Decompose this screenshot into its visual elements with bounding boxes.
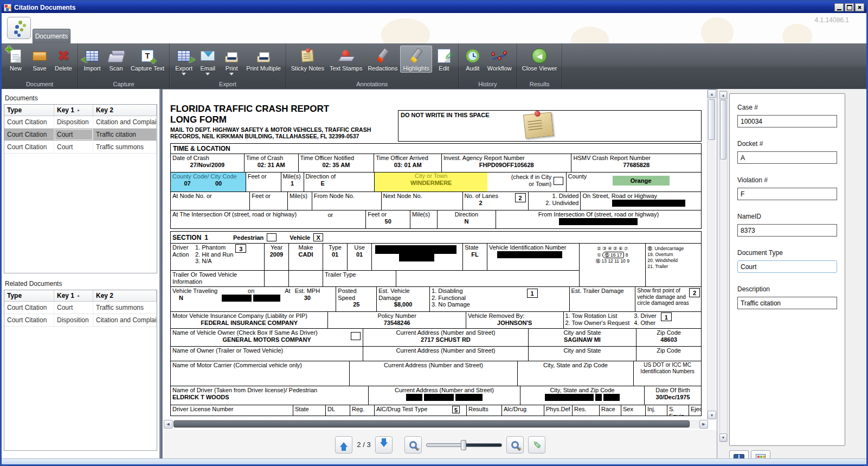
close-viewer-button[interactable]: Close Viewer — [519, 46, 560, 73]
minimize-button[interactable] — [834, 3, 844, 11]
sticky-note-annotation[interactable] — [523, 112, 554, 138]
documents-panel-title: Documents — [5, 94, 156, 102]
redaction-bar — [612, 200, 685, 207]
page-indicator: 2 / 3 — [357, 441, 370, 449]
redactions-button[interactable]: Redactions — [365, 46, 400, 73]
zoom-slider[interactable] — [426, 439, 502, 451]
violation-number-field[interactable] — [737, 188, 837, 200]
capture-text-icon — [138, 47, 157, 65]
redaction-bar — [497, 251, 562, 258]
column-header-key2[interactable]: Key 2 — [93, 105, 157, 116]
damage-legend: ⑱. Undercarriage 19. Overturn 20. Windsh… — [645, 244, 701, 286]
scrollbar-thumb[interactable] — [708, 99, 715, 140]
scan-button[interactable]: Scan — [104, 46, 128, 73]
docket-number-label: Docket # — [737, 140, 837, 148]
capture-text-button[interactable]: Capture Text — [128, 46, 167, 73]
new-button[interactable]: ✚New — [4, 46, 28, 73]
table-row-selected[interactable]: Court Citation Court Traffic citation — [4, 129, 157, 141]
violation-number-label: Violation # — [737, 176, 837, 184]
docket-number-field[interactable] — [737, 151, 837, 164]
edit-button[interactable]: Edit — [432, 46, 456, 73]
nameid-field[interactable] — [737, 224, 837, 237]
text-stamps-button[interactable]: Text Stamps — [327, 46, 365, 73]
annotate-edit-button[interactable] — [528, 436, 545, 454]
section-time-location: TIME & LOCATION — [170, 143, 702, 154]
workflow-button[interactable]: Workflow — [485, 46, 515, 73]
application-menu-button[interactable] — [7, 17, 31, 39]
table-row[interactable]: Court Citation Disposition Citation and … — [4, 116, 157, 129]
scroll-left-button[interactable]: ◀ — [164, 420, 172, 429]
scrollbar-thumb[interactable] — [173, 420, 690, 427]
case-number-field[interactable] — [737, 115, 837, 127]
column-header-key2[interactable]: Key 2 — [93, 290, 157, 301]
scroll-down-button[interactable]: ▼ — [708, 411, 716, 419]
viewer-vertical-scrollbar[interactable]: ▲ ▼ — [707, 90, 716, 419]
import-button[interactable]: Import — [80, 46, 104, 73]
save-button[interactable]: Save — [28, 46, 52, 73]
export-icon — [175, 47, 193, 65]
details-scrollbar[interactable]: ▲ ▼ — [719, 91, 728, 442]
email-button[interactable]: Email — [196, 46, 220, 79]
redaction-bar — [375, 245, 456, 254]
zoom-slider-thumb[interactable] — [461, 440, 466, 450]
print-button[interactable]: Print — [220, 46, 243, 79]
export-button[interactable]: Export — [172, 46, 196, 79]
nameid-label: NameID — [737, 213, 837, 220]
viewer-horizontal-scrollbar[interactable]: ◀ ▶ — [164, 420, 708, 429]
column-header-key1[interactable]: Key 1 — [54, 290, 93, 301]
redaction-bar — [603, 394, 620, 401]
tab-documents[interactable]: Documents — [33, 29, 70, 43]
highlight-county[interactable]: Orange — [613, 176, 670, 186]
documents-table-header: Type Key 1 Key 2 — [4, 105, 157, 116]
previous-page-button[interactable] — [335, 436, 352, 454]
related-table-header: Type Key 1 Key 2 — [4, 290, 157, 302]
printer-icon — [254, 47, 273, 65]
highlights-button[interactable]: Highlights — [400, 46, 432, 73]
case-number-label: Case # — [737, 104, 837, 111]
ribbon-group-annotations: Sticky Notes Text Stamps Redactions High… — [286, 43, 459, 89]
redaction-bar — [545, 394, 594, 401]
scroll-up-button[interactable]: ▲ — [719, 91, 727, 99]
group-label-document: Document — [2, 80, 78, 89]
highlighter-icon — [407, 47, 426, 65]
table-row[interactable]: Court Citation Court Traffic summons — [4, 141, 157, 154]
next-page-button[interactable] — [375, 436, 393, 454]
ribbon-group-capture: Import Scan Capture Text Capture — [78, 43, 170, 89]
application-window: Citation Documents 4.1.14086.1 Documents… — [0, 0, 868, 466]
close-button[interactable] — [855, 3, 864, 11]
table-row[interactable]: Court Citation Court Traffic summons — [4, 302, 157, 314]
zoom-in-button[interactable]: + — [506, 436, 524, 454]
ribbon-group-history: Audit Workflow History — [459, 43, 517, 89]
print-multiple-button[interactable]: Print Multiple — [243, 46, 284, 73]
column-header-type[interactable]: Type — [4, 290, 54, 301]
sticky-note-icon — [298, 47, 317, 65]
header-strip: 4.1.14086.1 — [2, 13, 866, 43]
back-circle-icon — [530, 47, 549, 65]
scanner-icon — [107, 47, 125, 65]
zoom-in-icon — [511, 441, 519, 449]
edit-pencil-icon — [435, 47, 453, 65]
ribbon-toolbar: ✚New Save Delete Document Import Scan Ca… — [2, 43, 866, 89]
scroll-down-button[interactable]: ▼ — [719, 433, 727, 442]
audit-clock-icon — [464, 47, 482, 65]
highlight-county-city-code[interactable]: County Code/ City Code 0700 — [171, 173, 246, 191]
column-header-type[interactable]: Type — [4, 105, 54, 116]
dropdown-arrow-icon — [205, 73, 210, 78]
scrollbar-thumb[interactable] — [720, 100, 726, 159]
table-row[interactable]: Court Citation Disposition Citation and … — [4, 314, 157, 327]
document-type-field[interactable] — [737, 260, 837, 273]
description-field[interactable] — [737, 297, 837, 309]
delete-button[interactable]: Delete — [52, 46, 75, 73]
scroll-right-button[interactable]: ▶ — [699, 420, 708, 429]
audit-button[interactable]: Audit — [461, 46, 485, 73]
scroll-up-button[interactable]: ▲ — [708, 90, 716, 98]
restore-button[interactable] — [845, 3, 854, 11]
column-header-key1[interactable]: Key 1 — [54, 105, 93, 116]
delete-icon — [54, 47, 73, 65]
description-label: Description — [737, 285, 837, 293]
highlight-city-town[interactable]: City or TownWINDERMERE — [375, 173, 487, 191]
zoom-out-button[interactable]: − — [404, 436, 422, 454]
sticky-notes-button[interactable]: Sticky Notes — [288, 46, 327, 73]
save-icon — [30, 47, 49, 65]
version-label: 4.1.14086.1 — [815, 16, 849, 24]
